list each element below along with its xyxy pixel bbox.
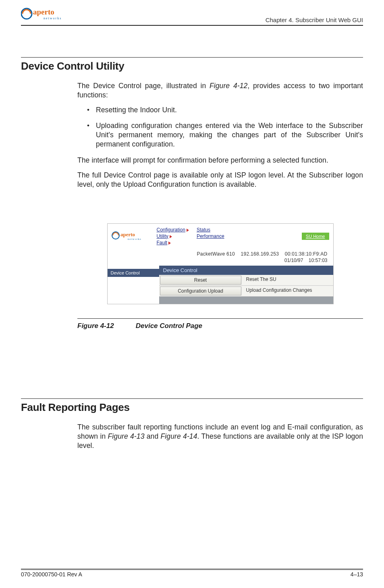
panel-footer-bar <box>159 297 333 304</box>
section-rule <box>21 398 363 399</box>
figure-ref-4-12: Figure 4-12 <box>210 82 247 90</box>
section2-body: The subscriber fault reporting functions… <box>77 423 363 450</box>
reset-label: Reset The SU <box>242 275 333 285</box>
section1-body: The Device Control page, illustrated in … <box>77 81 363 189</box>
sidebar: Device Control <box>108 266 159 304</box>
nav-configuration[interactable]: Configuration <box>157 227 185 233</box>
su-home-button[interactable]: SU Home <box>302 233 329 240</box>
reset-button[interactable]: Reset <box>160 276 241 285</box>
arrow-icon <box>168 241 171 245</box>
chapter-label: Chapter 4. Subscriber Unit Web GUI <box>266 17 363 23</box>
footer-doc-id: 070-20000750-01 Rev A <box>21 571 82 578</box>
arrow-icon <box>187 229 189 232</box>
section-rule <box>21 57 363 58</box>
figure-number: Figure 4-12 <box>77 322 134 330</box>
logo-text-top: aperto <box>33 8 54 16</box>
bullet-reset: Resetting the Indoor Unit. <box>77 105 363 115</box>
device-info-line2: 01/10/97 10:57:03 <box>108 258 333 266</box>
figure-rule <box>77 318 363 319</box>
config-upload-label: Upload Configuration Changes <box>242 286 333 296</box>
figure-ref-4-13: Figure 4-13 <box>108 432 145 440</box>
figure-ref-4-14: Figure 4-14 <box>161 432 197 440</box>
section2-para: The subscriber fault reporting functions… <box>77 423 363 450</box>
svg-text:aperto: aperto <box>120 231 135 237</box>
device-info-line1: PacketWave 610 192.168.169.253 00:01:38:… <box>108 246 333 258</box>
section-title-device-control: Device Control Utility <box>21 60 363 72</box>
control-row-upload: Configuration Upload Upload Configuratio… <box>159 286 333 297</box>
screenshot-logo: aperto networks <box>112 229 150 243</box>
nav-utility[interactable]: Utility <box>157 233 168 239</box>
main-panel: Device Control Reset Reset The SU Config… <box>159 266 333 304</box>
section1-intro: The Device Control page, illustrated in … <box>77 81 363 100</box>
bullet-upload: Uploading configuration changes entered … <box>77 121 363 149</box>
logo-text-sub: networks <box>44 17 62 20</box>
config-upload-button[interactable]: Configuration Upload <box>160 287 241 295</box>
svg-text:networks: networks <box>128 238 141 240</box>
section1-para2: The interface will prompt for confirmati… <box>77 156 363 165</box>
top-nav-links: Configuration Utility Fault Status Perfo… <box>157 227 295 246</box>
panel-title: Device Control <box>159 266 333 275</box>
device-time: 10:57:03 <box>309 258 328 263</box>
page-header: aperto networks Chapter 4. Subscriber Un… <box>21 7 363 26</box>
brand-logo: aperto networks <box>21 6 69 22</box>
footer-page-number: 4–13 <box>351 571 363 578</box>
figure-4-12: aperto networks Configuration Utility Fa… <box>77 224 363 330</box>
sidebar-item-device-control[interactable]: Device Control <box>108 269 159 277</box>
screenshot-device-control: aperto networks Configuration Utility Fa… <box>108 224 333 304</box>
arrow-icon <box>170 235 172 238</box>
page-footer: 070-20000750-01 Rev A 4–13 <box>21 569 363 578</box>
figure-title: Device Control Page <box>136 322 202 330</box>
device-ip: 192.168.169.253 <box>241 251 279 257</box>
nav-performance[interactable]: Performance <box>197 233 224 239</box>
figure-4-12-caption: Figure 4-12 Device Control Page <box>77 322 363 330</box>
nav-status[interactable]: Status <box>197 227 224 233</box>
device-mac: 00:01:38:10:F9:AD <box>285 251 328 257</box>
nav-fault[interactable]: Fault <box>157 240 168 246</box>
device-model: PacketWave 610 <box>197 251 235 257</box>
section1-para3: The full Device Control page is availabl… <box>77 171 363 189</box>
device-date: 01/10/97 <box>284 258 303 263</box>
control-row-reset: Reset Reset The SU <box>159 275 333 286</box>
section-title-fault-reporting: Fault Reporting Pages <box>21 401 363 414</box>
